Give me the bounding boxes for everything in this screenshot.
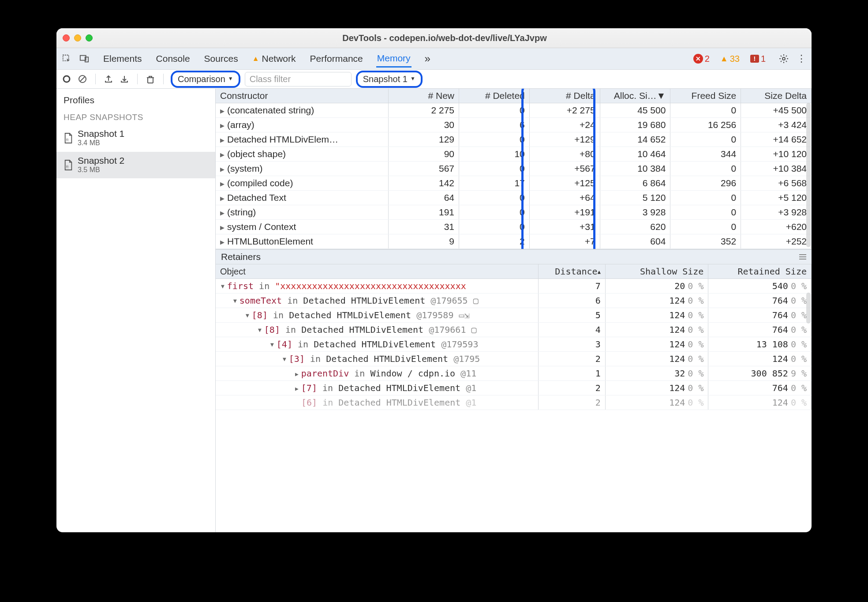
baseline-snapshot-select[interactable]: Snapshot 1▼: [356, 71, 423, 88]
window-titlebar: DevTools - codepen.io/web-dot-dev/live/L…: [56, 28, 812, 48]
column-header[interactable]: Shallow Size: [605, 264, 708, 279]
table-row[interactable]: ▶(object shape) 9010+80 10 464344+10 120: [216, 147, 812, 162]
snapshot-size: 3.4 MB: [78, 139, 124, 147]
table-row[interactable]: ▶(system) 5670+567 10 3840+10 384: [216, 162, 812, 176]
collect-garbage-icon[interactable]: [145, 73, 156, 85]
window-zoom-button[interactable]: [86, 34, 93, 41]
tab-sources[interactable]: Sources: [203, 51, 239, 67]
svg-point-3: [782, 57, 785, 60]
record-icon[interactable]: [61, 73, 72, 85]
snapshot-name: Snapshot 2: [78, 155, 124, 166]
window-close-button[interactable]: [63, 34, 70, 41]
retainers-menu-icon[interactable]: [799, 254, 806, 260]
table-row[interactable]: ▶HTMLButtonElement 92+7 604352+252: [216, 234, 812, 249]
table-row[interactable]: ▶system / Context 310+31 6200+620: [216, 220, 812, 234]
inspect-element-icon[interactable]: [61, 53, 72, 64]
devtools-window: DevTools - codepen.io/web-dot-dev/live/L…: [56, 28, 812, 532]
column-header[interactable]: Distance▲: [538, 264, 605, 279]
memory-toolbar: Comparison▼ Class filter Snapshot 1▼: [56, 70, 812, 89]
tab-elements[interactable]: Elements: [102, 51, 143, 67]
scrollbar-thumb[interactable]: [806, 103, 811, 247]
window-minimize-button[interactable]: [74, 34, 81, 41]
view-mode-select[interactable]: Comparison▼: [171, 71, 240, 88]
clear-icon[interactable]: [77, 73, 88, 85]
column-header[interactable]: Freed Size: [670, 89, 741, 103]
retainers-table[interactable]: ObjectDistance▲Shallow SizeRetained Size…: [216, 264, 812, 410]
retainer-row[interactable]: ▼[8] in Detached HTMLDivElement @179589 …: [216, 308, 812, 323]
retainer-row[interactable]: ▶[7] in Detached HTMLDivElement @1 2 124…: [216, 381, 812, 395]
column-header[interactable]: # New: [389, 89, 459, 103]
column-header[interactable]: Size Delta: [741, 89, 812, 103]
sidebar-title: Profiles: [56, 89, 215, 107]
device-toolbar-icon[interactable]: [79, 53, 90, 64]
table-row[interactable]: ▶(array) 306+24 19 68016 256+3 424: [216, 118, 812, 132]
tab-memory[interactable]: Memory: [376, 50, 412, 68]
sidebar-section: HEAP SNAPSHOTS: [56, 107, 215, 125]
column-header[interactable]: # Deleted: [459, 89, 530, 103]
snapshot-size: 3.5 MB: [78, 166, 124, 174]
retainers-table-wrap: ObjectDistance▲Shallow SizeRetained Size…: [216, 264, 812, 532]
window-title: DevTools - codepen.io/web-dot-dev/live/L…: [101, 33, 805, 43]
more-menu-icon[interactable]: ⋮: [796, 53, 807, 64]
sidebar-snapshot-item[interactable]: ⎘ Snapshot 13.4 MB: [56, 125, 215, 152]
svg-text:⎘: ⎘: [66, 138, 69, 143]
table-row[interactable]: ▶(compiled code) 14217+125 6 864296+6 56…: [216, 176, 812, 191]
tab-network[interactable]: Network: [251, 51, 297, 67]
retainer-row[interactable]: ▼[3] in Detached HTMLDivElement @1795 2 …: [216, 352, 812, 366]
issues-count[interactable]: !1: [750, 54, 766, 64]
retainer-row[interactable]: ▼[8] in Detached HTMLDivElement @179661 …: [216, 323, 812, 337]
class-filter-input[interactable]: Class filter: [245, 72, 352, 87]
panel-tabstrip: Elements Console Sources Network Perform…: [56, 48, 812, 70]
retainer-row[interactable]: ▼[4] in Detached HTMLDivElement @179593 …: [216, 337, 812, 352]
snapshot-file-icon: ⎘: [64, 159, 73, 170]
column-header[interactable]: Retained Size: [708, 264, 812, 279]
comparison-table-wrap: Constructor# New# Deleted# DeltaAlloc. S…: [216, 89, 812, 249]
settings-icon[interactable]: [778, 53, 789, 64]
svg-point-4: [64, 76, 70, 82]
retainer-row[interactable]: ▼first in "xxxxxxxxxxxxxxxxxxxxxxxxxxxxx…: [216, 279, 812, 293]
column-header[interactable]: # Delta: [529, 89, 600, 103]
column-header[interactable]: Object: [216, 264, 538, 279]
tab-performance[interactable]: Performance: [309, 51, 364, 67]
snapshot-file-icon: ⎘: [64, 132, 73, 143]
table-row[interactable]: ▶Detached Text 640+64 5 1200+5 120: [216, 191, 812, 205]
column-header[interactable]: Constructor: [216, 89, 389, 103]
table-row[interactable]: ▶Detached HTMLDivElem… 1290+129 14 6520+…: [216, 132, 812, 147]
retainer-row[interactable]: ▼someText in Detached HTMLDivElement @17…: [216, 293, 812, 308]
panel-tabs: Elements Console Sources Network Perform…: [102, 50, 431, 68]
scrollbar-thumb[interactable]: [806, 293, 811, 324]
svg-text:⎘: ⎘: [66, 165, 69, 169]
memory-main: Constructor# New# Deleted# DeltaAlloc. S…: [216, 89, 812, 532]
export-icon[interactable]: [103, 73, 114, 85]
tabs-overflow-button[interactable]: »: [424, 50, 431, 68]
import-icon[interactable]: [119, 73, 130, 85]
svg-line-6: [80, 77, 85, 81]
comparison-table[interactable]: Constructor# New# Deleted# DeltaAlloc. S…: [216, 89, 812, 249]
error-count[interactable]: ✕2: [693, 54, 710, 64]
retainers-header: Retainers: [216, 249, 812, 264]
warning-count[interactable]: ▲33: [720, 54, 740, 64]
retainer-row[interactable]: [6] in Detached HTMLDivElement @1 2 1240…: [216, 395, 812, 410]
table-row[interactable]: ▶(concatenated string) 2 2750+2 275 45 5…: [216, 103, 812, 118]
table-row[interactable]: ▶(string) 1910+191 3 9280+3 928: [216, 205, 812, 220]
tab-console[interactable]: Console: [155, 51, 191, 67]
retainer-row[interactable]: ▶parentDiv in Window / cdpn.io @11 1 320…: [216, 366, 812, 381]
column-header[interactable]: Alloc. Si…▼: [600, 89, 670, 103]
profiles-sidebar: Profiles HEAP SNAPSHOTS ⎘ Snapshot 13.4 …: [56, 89, 216, 532]
sidebar-snapshot-item[interactable]: ⎘ Snapshot 23.5 MB: [56, 152, 215, 179]
snapshot-name: Snapshot 1: [78, 128, 124, 139]
